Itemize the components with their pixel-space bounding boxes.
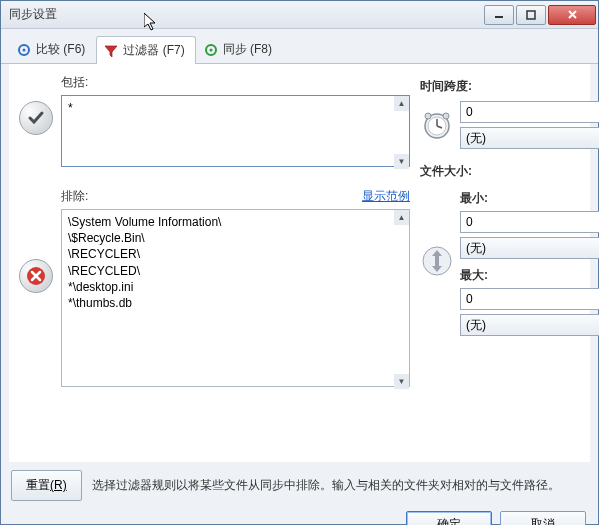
title-bar[interactable]: 同步设置: [1, 1, 598, 29]
dialog-buttons: 确定 取消: [1, 501, 598, 525]
scroll-up-button[interactable]: ▲: [394, 210, 409, 225]
show-example-link[interactable]: 显示范例: [362, 188, 410, 205]
window-buttons: [484, 5, 598, 25]
include-check-icon: [19, 101, 53, 135]
exclude-label: 排除:: [61, 188, 88, 205]
timespan-spinner[interactable]: ▲▼: [460, 101, 599, 123]
min-unit-display[interactable]: [460, 237, 599, 259]
max-unit-display[interactable]: [460, 314, 599, 336]
scroll-down-button[interactable]: ▼: [394, 154, 409, 169]
reset-label: 重置: [26, 478, 50, 492]
svg-rect-1: [527, 11, 535, 19]
maximize-button[interactable]: [516, 5, 546, 25]
max-value-input[interactable]: [460, 288, 599, 310]
funnel-icon: [103, 43, 119, 59]
svg-point-5: [209, 48, 212, 51]
sync-gear-icon: [203, 42, 219, 58]
timespan-group: 时间跨度: ▲▼ ▼: [420, 78, 580, 149]
svg-point-9: [425, 113, 431, 119]
max-spinner[interactable]: ▲▼: [460, 288, 599, 310]
cancel-button[interactable]: 取消: [500, 511, 586, 525]
min-label: 最小:: [460, 190, 599, 207]
ok-button[interactable]: 确定: [406, 511, 492, 525]
include-textarea[interactable]: [61, 95, 410, 167]
timespan-unit-combo[interactable]: ▼: [460, 127, 599, 149]
timespan-unit-display[interactable]: [460, 127, 599, 149]
exclude-textarea[interactable]: [61, 209, 410, 387]
right-column: 时间跨度: ▲▼ ▼: [420, 74, 580, 452]
include-label: 包括:: [61, 74, 88, 91]
left-column: 包括: ▲ ▼ 排除: 显示范例: [19, 74, 410, 452]
svg-point-3: [23, 48, 26, 51]
timespan-title: 时间跨度:: [420, 78, 580, 95]
close-button[interactable]: [548, 5, 596, 25]
min-value-input[interactable]: [460, 211, 599, 233]
filesize-title: 文件大小:: [420, 163, 580, 180]
min-spinner[interactable]: ▲▼: [460, 211, 599, 233]
gear-icon: [16, 42, 32, 58]
min-unit-combo[interactable]: ▼: [460, 237, 599, 259]
tab-sync[interactable]: 同步 (F8): [196, 35, 283, 63]
clock-icon: [420, 108, 454, 142]
max-unit-combo[interactable]: ▼: [460, 314, 599, 336]
minimize-button[interactable]: [484, 5, 514, 25]
bottom-row: 重置(R) 选择过滤器规则以将某些文件从同步中排除。输入与相关的文件夹对相对的与…: [1, 470, 598, 501]
exclude-x-icon: [19, 259, 53, 293]
tab-filter[interactable]: 过滤器 (F7): [96, 36, 195, 64]
filesize-group: 文件大小: 最小: ▲▼ ▼: [420, 163, 580, 336]
hint-text: 选择过滤器规则以将某些文件从同步中排除。输入与相关的文件夹对相对的与文件路径。: [92, 477, 588, 494]
timespan-value-input[interactable]: [460, 101, 599, 123]
reset-key: (R): [50, 478, 67, 492]
tab-label: 同步 (F8): [223, 41, 272, 58]
tab-label: 比较 (F6): [36, 41, 85, 58]
tab-content: 包括: ▲ ▼ 排除: 显示范例: [9, 64, 590, 462]
size-arrows-icon: [420, 244, 454, 278]
tab-label: 过滤器 (F7): [123, 42, 184, 59]
window-title: 同步设置: [9, 6, 484, 23]
dialog-window: 同步设置 比较 (F6) 过滤器 (F7) 同步 (F8) 包括:: [0, 0, 599, 525]
scroll-up-button[interactable]: ▲: [394, 96, 409, 111]
max-label: 最大:: [460, 267, 599, 284]
scroll-down-button[interactable]: ▼: [394, 374, 409, 389]
svg-point-10: [443, 113, 449, 119]
svg-rect-0: [495, 16, 503, 18]
tab-compare[interactable]: 比较 (F6): [9, 35, 96, 63]
reset-button[interactable]: 重置(R): [11, 470, 82, 501]
tab-bar: 比较 (F6) 过滤器 (F7) 同步 (F8): [1, 29, 598, 64]
